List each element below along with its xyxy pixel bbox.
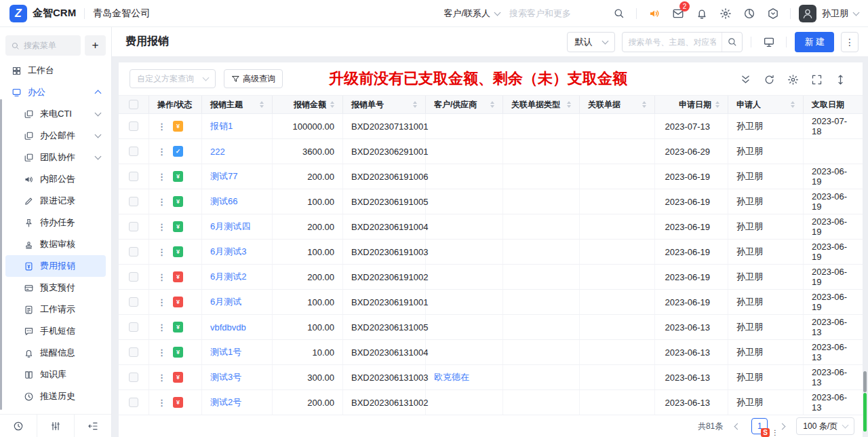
search-icon[interactable] (610, 5, 628, 22)
more-options-button[interactable]: ⋮ (841, 32, 859, 52)
row-menu-icon[interactable]: ⋮ (157, 297, 166, 307)
row-checkbox[interactable] (129, 222, 138, 231)
row-menu-icon[interactable]: ⋮ (157, 222, 166, 232)
sidebar-item-office-mail[interactable]: 办公邮件 (5, 125, 106, 147)
column-header-7[interactable]: 申请日期 (655, 96, 728, 113)
row-menu-icon[interactable]: ⋮ (157, 172, 166, 182)
scrollbar-thumb-gray[interactable] (863, 371, 867, 392)
custom-scheme-button[interactable]: 自定义方案查询 (130, 69, 216, 88)
sort-icon[interactable] (787, 101, 795, 108)
advanced-search-button[interactable]: 高级查询 (224, 69, 283, 88)
page-size-select[interactable]: 100 条/页 (796, 417, 854, 435)
bell-icon[interactable] (692, 5, 711, 22)
collapse-button[interactable] (75, 415, 111, 437)
customer-link[interactable]: 欧克德在 (434, 371, 469, 383)
prev-page-button[interactable] (729, 418, 745, 434)
scrollbar-thumb-green[interactable] (863, 393, 867, 432)
row-checkbox[interactable] (129, 297, 138, 307)
sidebar-item-cti[interactable]: 来电CTI (5, 103, 106, 125)
sort-icon[interactable] (256, 101, 264, 108)
search-scope-select[interactable]: 客户/联系人 (443, 7, 500, 20)
global-search-input[interactable] (509, 8, 596, 18)
select-all-checkbox[interactable] (129, 100, 138, 109)
subject-link[interactable]: vbfdbvdb (210, 322, 246, 332)
row-menu-icon[interactable]: ⋮ (157, 347, 166, 358)
new-button[interactable]: 新 建 (795, 32, 834, 52)
row-menu-icon[interactable]: ⋮ (157, 373, 166, 383)
gear-icon[interactable] (716, 5, 734, 22)
row-menu-icon[interactable]: ⋮ (157, 121, 166, 132)
search-icon[interactable] (722, 33, 742, 52)
row-checkbox[interactable] (129, 247, 138, 256)
gear-icon[interactable] (787, 73, 799, 86)
subject-link[interactable]: 6月测试2 (210, 271, 246, 283)
row-menu-icon[interactable]: ⋮ (157, 247, 166, 257)
row-checkbox[interactable] (129, 121, 138, 131)
app-logo[interactable]: Z 金智CRM (9, 5, 76, 22)
clock-button[interactable] (0, 415, 37, 437)
subject-link[interactable]: 6月测试3 (210, 246, 246, 258)
varrows-icon[interactable] (834, 73, 846, 86)
subject-link[interactable]: 测试66 (210, 195, 237, 208)
dchevron-icon[interactable] (739, 73, 751, 86)
subject-link[interactable]: 6月测试四 (210, 221, 250, 233)
subject-link[interactable]: 测试3号 (210, 371, 241, 383)
row-checkbox[interactable] (129, 197, 138, 206)
column-header-3[interactable]: 报销单号 (343, 96, 426, 113)
company-name[interactable]: 青岛金智公司 (93, 7, 150, 20)
subject-link[interactable]: 测试2号 (210, 396, 241, 408)
sort-icon[interactable] (486, 101, 494, 108)
sort-icon[interactable] (409, 101, 417, 108)
sidebar-item-todo[interactable]: 待办任务 (5, 212, 106, 233)
sort-icon[interactable] (715, 101, 719, 108)
user-name[interactable]: 孙卫朋 (822, 7, 848, 20)
column-header-6[interactable]: 关联单据 (580, 96, 655, 113)
row-menu-icon[interactable]: ⋮ (157, 197, 166, 207)
list-search-input[interactable] (623, 37, 722, 47)
row-checkbox[interactable] (129, 272, 138, 282)
subject-link[interactable]: 报销1 (210, 120, 233, 132)
row-checkbox[interactable] (129, 322, 138, 332)
sort-icon[interactable] (638, 101, 646, 108)
column-header-8[interactable]: 申请人 (728, 96, 804, 113)
menu-search-input[interactable] (24, 41, 75, 50)
row-menu-icon[interactable]: ⋮ (157, 147, 166, 157)
row-menu-icon[interactable]: ⋮ (157, 322, 166, 332)
mail-icon[interactable]: 2 (669, 5, 687, 22)
sidebar-item-expense[interactable]: 费用报销 (5, 255, 106, 277)
row-checkbox[interactable] (129, 172, 138, 181)
row-menu-icon[interactable]: ⋮ (157, 398, 166, 408)
menu-search-box[interactable] (5, 35, 81, 56)
sliders-button[interactable] (37, 415, 75, 437)
column-header-9[interactable]: 支取日期 (804, 96, 863, 113)
row-checkbox[interactable] (129, 147, 138, 156)
add-menu-button[interactable]: + (85, 35, 106, 56)
view-select[interactable]: 默认 (567, 32, 615, 52)
column-header-2[interactable]: 报销金额 (273, 96, 343, 113)
sort-icon[interactable] (563, 101, 571, 108)
monitor-icon[interactable] (760, 33, 778, 51)
sidebar-item-work-request[interactable]: 工作请示 (5, 299, 106, 320)
sidebar-item-workbench[interactable]: 工作台 (5, 60, 106, 81)
column-header-5[interactable]: 关联单据类型 (503, 96, 580, 113)
sidebar-item-reminder[interactable]: 提醒信息 (5, 342, 106, 364)
sidebar-item-data-audit[interactable]: 数据审核 (5, 233, 106, 255)
sidebar-item-office[interactable]: 办公 (5, 81, 106, 103)
subject-link[interactable]: 测试77 (210, 170, 237, 183)
speaker-icon[interactable] (645, 5, 663, 22)
chevron-down-icon[interactable] (853, 9, 860, 16)
row-checkbox[interactable] (129, 373, 138, 382)
row-checkbox[interactable] (129, 398, 138, 407)
expand-icon[interactable] (810, 73, 823, 86)
sidebar-item-sms[interactable]: 手机短信 (5, 320, 106, 342)
column-header-0[interactable]: 操作/状态 (149, 96, 202, 113)
subject-link[interactable]: 测试1号 (210, 346, 241, 358)
sidebar-scrollbar[interactable] (0, 99, 2, 410)
row-checkbox[interactable] (129, 347, 138, 357)
subject-link[interactable]: 6月测试 (210, 296, 241, 308)
sidebar-item-advance[interactable]: 预支预付 (5, 277, 106, 299)
column-header-1[interactable]: 报销主题 (202, 96, 273, 113)
row-menu-icon[interactable]: ⋮ (157, 272, 166, 282)
sort-icon[interactable] (330, 101, 334, 108)
refresh-icon[interactable] (763, 73, 775, 86)
